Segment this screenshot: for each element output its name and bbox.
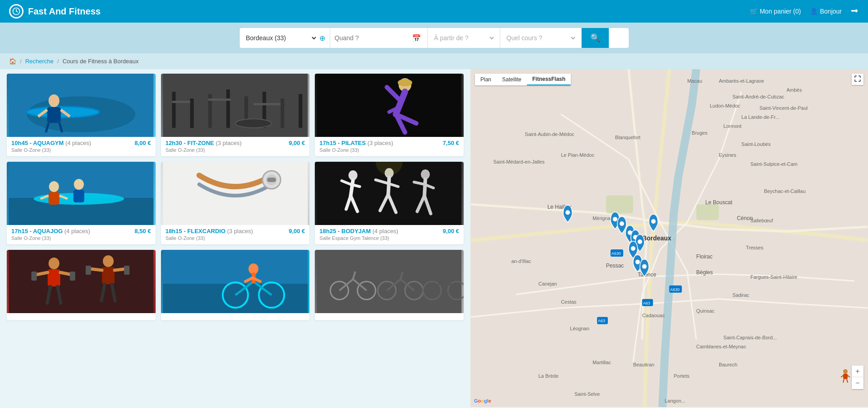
svg-line-180 xyxy=(847,379,848,383)
course-name-aquajog: 17h15 - AQUAJOG (4 places) xyxy=(11,228,90,234)
course-location-fitzone: Salle O-Zone (33) xyxy=(166,147,305,153)
svg-text:Sadirac: Sadirac xyxy=(732,292,749,298)
svg-point-165 xyxy=(565,210,570,215)
user-link[interactable]: 👤 Bonjour xyxy=(810,8,842,15)
svg-rect-79 xyxy=(70,272,75,281)
svg-rect-6 xyxy=(47,107,61,123)
header-nav: 🛒 Mon panier (0) 👤 Bonjour ⮕ xyxy=(750,7,859,16)
svg-rect-13 xyxy=(190,98,194,128)
zoom-in-button[interactable]: + xyxy=(852,366,863,377)
svg-text:Portets: Portets xyxy=(674,373,689,379)
course-card-fitzone[interactable]: 12h30 - FIT-ZONE (3 places) 9,00 € Salle… xyxy=(161,74,310,156)
course-info-aquajog: 17h15 - AQUAJOG (4 places) 8,50 € Salle … xyxy=(7,225,156,244)
when-input[interactable] xyxy=(335,28,412,48)
svg-rect-12 xyxy=(172,92,175,128)
svg-rect-67 xyxy=(47,269,60,286)
course-price-pilates: 7,50 € xyxy=(443,140,459,146)
course-card-musculation[interactable] xyxy=(7,250,156,320)
course-image-musculation xyxy=(7,250,156,313)
svg-rect-81 xyxy=(124,266,129,275)
course-title-aquajog: 17h15 - AQUAJOG (4 places) 8,50 € xyxy=(11,228,151,234)
svg-text:A630: A630 xyxy=(670,287,679,292)
svg-rect-41 xyxy=(163,162,308,225)
course-info-musculation xyxy=(7,313,156,320)
course-title-fitzone: 12h30 - FIT-ZONE (3 places) 9,00 € xyxy=(166,140,305,146)
course-price-bodyjam: 9,00 € xyxy=(443,228,459,234)
course-card-pilates[interactable]: 17h15 - PILATES (3 places) 7,50 € Salle … xyxy=(315,74,464,156)
map-svg: Saint-Aubin-de-Médoc Saint-Médard-en-Jal… xyxy=(470,69,868,407)
svg-point-66 xyxy=(48,258,59,269)
svg-text:La Brède: La Brède xyxy=(538,373,559,379)
svg-text:Baurech: Baurech xyxy=(719,362,737,367)
cart-icon: 🛒 xyxy=(750,8,758,15)
svg-text:Blanquefort: Blanquefort xyxy=(615,135,640,140)
svg-point-35 xyxy=(49,181,59,192)
course-location-aquajog: Salle O-Zone (33) xyxy=(11,235,151,241)
course-card-flexcardio[interactable]: 18h15 - FLEXCARDIO (3 places) 9,00 € Sal… xyxy=(161,162,310,244)
map-tab-satellite[interactable]: Satellite xyxy=(497,74,527,85)
header: Fast And Fitness 🛒 Mon panier (0) 👤 Bonj… xyxy=(0,0,868,23)
user-icon: 👤 xyxy=(810,8,818,15)
course-field[interactable]: Quel cours ? xyxy=(500,28,582,48)
svg-text:Saint-Caprais-de-Bord...: Saint-Caprais-de-Bord... xyxy=(723,335,777,340)
svg-point-23 xyxy=(235,119,271,128)
map-tab-fitnessflash[interactable]: FitnessFlash xyxy=(527,74,571,85)
search-container: Bordeaux (33) ⊕ 📅 À partir de ? Quel cou… xyxy=(240,28,629,48)
course-card-aquavelo[interactable] xyxy=(161,250,310,320)
breadcrumb-recherche[interactable]: Recherche xyxy=(25,58,54,65)
course-select[interactable]: Quel cours ? xyxy=(505,28,577,48)
cart-link[interactable]: 🛒 Mon panier (0) xyxy=(750,8,801,15)
course-info-velo xyxy=(315,313,464,320)
map-tab-plan[interactable]: Plan xyxy=(475,74,497,85)
course-card-aquagym[interactable]: 10h45 - AQUAGYM (4 places) 8,00 € Salle … xyxy=(7,74,156,156)
svg-rect-44 xyxy=(267,178,276,182)
map-panel: Plan Satellite FitnessFlash xyxy=(470,69,868,407)
svg-rect-176 xyxy=(843,374,848,379)
course-name-aquagym: 10h45 - AQUAGYM (4 places) xyxy=(11,140,91,146)
breadcrumb-sep1: / xyxy=(20,58,22,65)
course-name-pilates: 17h15 - PILATES (3 places) xyxy=(319,140,393,146)
course-title-flexcardio: 18h15 - FLEXCARDIO (3 places) 9,00 € xyxy=(166,228,305,234)
price-field[interactable]: À partir de ? xyxy=(428,28,500,48)
svg-rect-24 xyxy=(317,74,462,137)
svg-text:Bègles: Bègles xyxy=(696,269,713,276)
when-field[interactable]: 📅 xyxy=(330,28,428,48)
calendar-icon: 📅 xyxy=(412,34,421,42)
map-tabs: Plan Satellite FitnessFlash xyxy=(475,74,571,85)
price-select[interactable]: À partir de ? xyxy=(432,28,495,48)
course-location-aquagym: Salle O-Zone (33) xyxy=(11,147,151,153)
svg-rect-22 xyxy=(253,103,280,105)
svg-text:La Lande-de-Fr...: La Lande-de-Fr... xyxy=(741,114,779,120)
svg-text:Sallebœuf: Sallebœuf xyxy=(750,218,773,223)
course-card-bodyjam[interactable]: 18h25 - BODYJAM (4 places) 9,00 € Salle … xyxy=(315,162,464,244)
svg-line-68 xyxy=(36,272,47,275)
svg-text:Cadaouac: Cadaouac xyxy=(642,313,665,318)
breadcrumb-home[interactable]: 🏠 xyxy=(9,58,16,65)
svg-rect-110 xyxy=(606,195,633,213)
svg-text:Langon...: Langon... xyxy=(665,398,686,403)
breadcrumb-sep2: / xyxy=(57,58,59,65)
svg-text:Quinsac: Quinsac xyxy=(696,308,715,314)
bonjour-label: Bonjour xyxy=(820,8,842,15)
course-image-aquajog xyxy=(7,162,156,225)
svg-text:Eysines: Eysines xyxy=(719,152,736,158)
logout-link[interactable]: ⮕ xyxy=(851,7,859,16)
svg-point-168 xyxy=(651,219,656,224)
svg-point-37 xyxy=(74,179,84,190)
svg-rect-65 xyxy=(9,250,153,313)
svg-rect-36 xyxy=(48,192,59,205)
svg-text:Saint-Vincent-de-Paul: Saint-Vincent-de-Paul xyxy=(759,105,808,111)
location-select[interactable]: Bordeaux (33) xyxy=(244,28,318,48)
search-button[interactable]: 🔍 xyxy=(582,28,609,48)
svg-text:Cestas: Cestas xyxy=(561,299,577,305)
location-field[interactable]: Bordeaux (33) ⊕ xyxy=(240,28,330,48)
logo-text: Fast And Fitness xyxy=(28,6,100,17)
course-card-velo[interactable] xyxy=(315,250,464,320)
svg-line-177 xyxy=(841,375,843,377)
map-fullscreen-button[interactable] xyxy=(852,74,863,85)
course-card-aquajog[interactable]: 17h15 - AQUAJOG (4 places) 8,50 € Salle … xyxy=(7,162,156,244)
zoom-out-button[interactable]: − xyxy=(852,377,863,389)
svg-text:an-d'Illac: an-d'Illac xyxy=(511,258,531,264)
svg-text:Lormont: Lormont xyxy=(723,123,741,129)
course-title-pilates: 17h15 - PILATES (3 places) 7,50 € xyxy=(319,140,459,146)
